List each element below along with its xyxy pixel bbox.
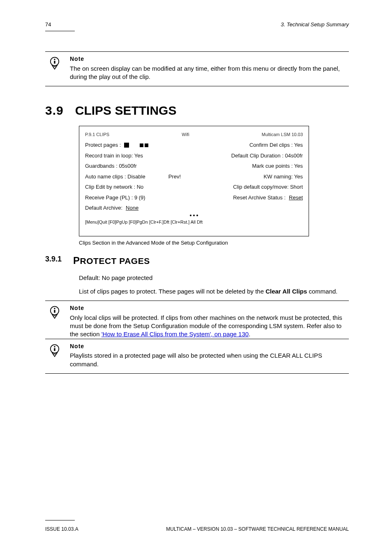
heading-title: CLIPS SETTINGS xyxy=(75,104,177,118)
footer-rule xyxy=(45,520,75,520)
fig-r5-left: Clip Edit by network : No xyxy=(85,183,143,191)
svg-point-6 xyxy=(54,308,55,309)
svg-rect-12 xyxy=(54,348,55,351)
note-block-1: Note The on screen display can be modifi… xyxy=(45,51,349,86)
fig-r4-mid: Prev! xyxy=(168,173,181,181)
figure-row-3: Guardbands : 05s00fr Mark cue points : Y… xyxy=(85,162,303,170)
fig-r1-right: Confirm Del clips : Yes xyxy=(249,141,303,149)
note-icon xyxy=(48,56,62,70)
note-icon xyxy=(48,305,62,319)
fig-r5-right: Clip default copy/move: Short xyxy=(233,183,303,191)
note-icon-cell xyxy=(45,304,64,339)
note-label: Note xyxy=(70,55,349,63)
heading-title: PROTECT PAGES xyxy=(73,255,150,266)
para-default: Default: No page protected xyxy=(79,274,349,282)
square-icon xyxy=(124,143,129,148)
footer: ISSUE 10.03.A MULTICAM – VERSION 10.03 –… xyxy=(45,526,349,532)
para2-bold: Clear All Clips xyxy=(265,288,307,295)
figure-title-right: Multicam LSM 10.03 xyxy=(262,132,303,137)
fig-r4-left: Auto name clips : Disable xyxy=(85,173,145,181)
fig-r4-right: KW naming: Yes xyxy=(264,173,303,181)
figure-row-2: Record train in loop: Yes Default Clip D… xyxy=(85,152,303,160)
note-body: The on screen display can be modified at… xyxy=(70,65,349,81)
para2-part1: List of clips pages to protect. These pa… xyxy=(79,288,265,295)
heading-3-9: 3.9 CLIPS SETTINGS xyxy=(45,104,349,118)
fig-r1-left: Protect pages : xyxy=(85,141,121,149)
dots-icon xyxy=(190,215,198,216)
figure-box: P.9.1 CLIPS Wifi Multicam LSM 10.03 Prot… xyxy=(79,126,309,236)
note2-part2: . xyxy=(249,331,250,338)
figure-wifi: Wifi xyxy=(182,132,189,137)
svg-point-1 xyxy=(54,59,55,60)
note-icon-cell xyxy=(45,55,64,81)
heading-number: 3.9 xyxy=(45,104,64,118)
note-text: Note The on screen display can be modifi… xyxy=(70,55,349,81)
square-pair-icon xyxy=(140,143,148,147)
heading-title-rest: ROTECT PAGES xyxy=(80,256,150,266)
figure-title-left: P.9.1 CLIPS xyxy=(85,132,109,137)
note-icon-cell xyxy=(45,342,64,368)
fig-r2-left: Record train in loop: Yes xyxy=(85,152,143,160)
header-rule xyxy=(45,31,75,31)
fig-r7-left: Default Archive: xyxy=(85,204,122,212)
fig-r6-left: Receive Page (PL) : 9 (9) xyxy=(85,194,145,202)
para-description: List of clips pages to protect. These pa… xyxy=(79,287,349,296)
figure-title-row: P.9.1 CLIPS Wifi Multicam LSM 10.03 xyxy=(85,132,303,141)
figure-nav-text: [Menu]Quit [F0]PgUp [F0]PgDn [Clr+F.]Dft… xyxy=(85,219,303,226)
fig-r6-right: Reset Archive Status : xyxy=(233,194,286,202)
footer-left: ISSUE 10.03.A xyxy=(45,526,78,532)
note-body: Playlists stored in a protected page wil… xyxy=(70,352,349,368)
page-content: Note The on screen display can be modifi… xyxy=(45,51,349,374)
para2-part2: command. xyxy=(307,288,337,295)
note-text: Note Only local clips will be protected.… xyxy=(70,304,349,339)
fig-r2-right: Default Clip Duration : 04s00fr xyxy=(231,152,303,160)
page-number: 74 xyxy=(45,21,51,28)
svg-rect-7 xyxy=(54,310,55,313)
figure-caption: Clips Section in the Advanced Mode of th… xyxy=(79,240,349,246)
heading-title-first: P xyxy=(73,255,80,266)
note-text: Note Playlists stored in a protected pag… xyxy=(70,342,349,368)
svg-point-11 xyxy=(54,346,55,347)
note-icon xyxy=(48,343,62,357)
note-block-3: Note Playlists stored in a protected pag… xyxy=(45,339,349,374)
fig-r6-right-link: Reset xyxy=(289,194,303,202)
fig-nav: [Menu]Quit [F0]PgUp [F0]PgDn [Clr+F.]Dft… xyxy=(85,219,203,226)
fig-r3-left: Guardbands : 05s00fr xyxy=(85,162,137,170)
figure-row-4: Auto name clips : Disable Prev! KW namin… xyxy=(85,173,303,181)
note-label: Note xyxy=(70,342,349,350)
figure-row-nav xyxy=(85,215,303,216)
figure-row-5: Clip Edit by network : No Clip default c… xyxy=(85,183,303,191)
heading-number: 3.9.1 xyxy=(45,255,62,266)
note-label: Note xyxy=(70,304,349,312)
svg-rect-2 xyxy=(54,61,55,64)
footer-right: MULTICAM – VERSION 10.03 – SOFTWARE TECH… xyxy=(166,526,349,532)
figure-row-6: Receive Page (PL) : 9 (9) Reset Archive … xyxy=(85,194,303,202)
note2-link1[interactable]: 'How to Erase All Clips from the System'… xyxy=(101,331,238,338)
figure-row-7: Default Archive: None xyxy=(85,204,303,212)
figure-body: Protect pages : Confirm Del clips : Yes … xyxy=(85,141,303,225)
heading-3-9-1: 3.9.1 PROTECT PAGES xyxy=(45,255,349,266)
fig-r3-right: Mark cue points : Yes xyxy=(252,162,303,170)
note-body: Only local clips will be protected. If c… xyxy=(70,314,349,339)
note2-link2[interactable]: 130 xyxy=(238,331,249,338)
note-block-2: Note Only local clips will be protected.… xyxy=(45,301,349,339)
fig-r7-left-link: None xyxy=(126,204,138,212)
section-header: 3. Technical Setup Summary xyxy=(281,21,349,28)
figure-row-1: Protect pages : Confirm Del clips : Yes xyxy=(85,141,303,149)
